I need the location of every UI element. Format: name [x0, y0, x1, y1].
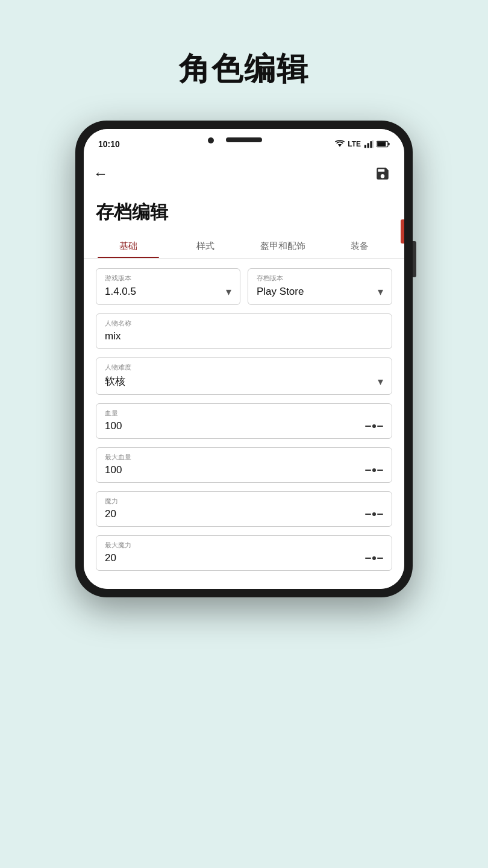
- phone-screen: 10:10 LTE: [84, 129, 404, 589]
- svg-rect-6: [388, 143, 389, 146]
- game-version-value: 1.4.0.5: [105, 286, 136, 298]
- svg-rect-1: [364, 145, 366, 148]
- svg-rect-4: [372, 140, 374, 148]
- health-field[interactable]: 血量 100: [96, 403, 392, 439]
- status-icons: LTE: [335, 140, 390, 148]
- tab-equipment[interactable]: 装备: [321, 234, 398, 258]
- game-version-label: 游戏版本: [105, 274, 231, 283]
- mana-label: 魔力: [105, 497, 383, 506]
- mana-value: 20: [105, 508, 116, 520]
- mana-field[interactable]: 魔力 20: [96, 491, 392, 527]
- save-version-label: 存档版本: [257, 274, 383, 283]
- character-name-label: 人物名称: [105, 319, 383, 328]
- max-mana-value: 20: [105, 552, 116, 564]
- max-health-field[interactable]: 最大血量 100: [96, 447, 392, 483]
- health-label: 血量: [105, 409, 383, 418]
- character-difficulty-label: 人物难度: [105, 363, 383, 372]
- svg-marker-0: [338, 144, 342, 147]
- save-version-arrow: ▾: [378, 285, 383, 298]
- back-button[interactable]: ←: [93, 165, 108, 182]
- character-difficulty-field[interactable]: 人物难度 软核 ▾: [96, 357, 392, 395]
- lte-label: LTE: [348, 140, 361, 148]
- max-health-value: 100: [105, 464, 122, 476]
- form-content: 游戏版本 1.4.0.5 ▾ 存档版本 Play Store ▾ 人物名称: [84, 259, 404, 589]
- archive-title: 存档编辑: [84, 188, 404, 234]
- save-version-value: Play Store: [257, 286, 304, 298]
- max-mana-field[interactable]: 最大魔力 20: [96, 535, 392, 571]
- character-name-value: mix: [105, 330, 120, 342]
- svg-rect-7: [377, 142, 386, 146]
- health-stepper[interactable]: [365, 424, 383, 428]
- save-button[interactable]: [373, 164, 392, 183]
- max-health-label: 最大血量: [105, 453, 383, 462]
- tab-armor[interactable]: 盔甲和配饰: [244, 234, 321, 258]
- battery-icon: [377, 140, 390, 148]
- phone-shell: 10:10 LTE: [75, 121, 413, 597]
- page-title: 角色编辑: [179, 48, 309, 90]
- mana-stepper[interactable]: [365, 512, 383, 516]
- wifi-icon: [335, 140, 345, 148]
- app-toolbar: ←: [84, 159, 404, 188]
- version-row: 游戏版本 1.4.0.5 ▾ 存档版本 Play Store ▾: [96, 268, 392, 305]
- save-disk-icon: [375, 166, 390, 181]
- character-difficulty-value: 软核: [105, 374, 125, 388]
- max-health-stepper[interactable]: [365, 468, 383, 472]
- status-bar: 10:10 LTE: [84, 129, 404, 159]
- game-version-field[interactable]: 游戏版本 1.4.0.5 ▾: [96, 268, 240, 305]
- camera-dot: [208, 137, 214, 143]
- character-difficulty-arrow: ▾: [378, 375, 383, 388]
- signal-icon: [364, 140, 374, 148]
- tab-style[interactable]: 样式: [167, 234, 244, 258]
- game-version-arrow: ▾: [226, 285, 231, 298]
- health-value: 100: [105, 420, 122, 432]
- status-time: 10:10: [98, 139, 120, 149]
- max-mana-label: 最大魔力: [105, 541, 383, 550]
- tab-side-indicator: [401, 219, 404, 244]
- svg-rect-2: [368, 143, 369, 148]
- svg-rect-3: [370, 141, 372, 148]
- character-name-field[interactable]: 人物名称 mix: [96, 313, 392, 349]
- tab-basics[interactable]: 基础: [90, 234, 167, 258]
- max-mana-stepper[interactable]: [365, 556, 383, 560]
- tabs-container: 基础 样式 盔甲和配饰 装备: [84, 234, 404, 259]
- save-version-field[interactable]: 存档版本 Play Store ▾: [248, 268, 392, 305]
